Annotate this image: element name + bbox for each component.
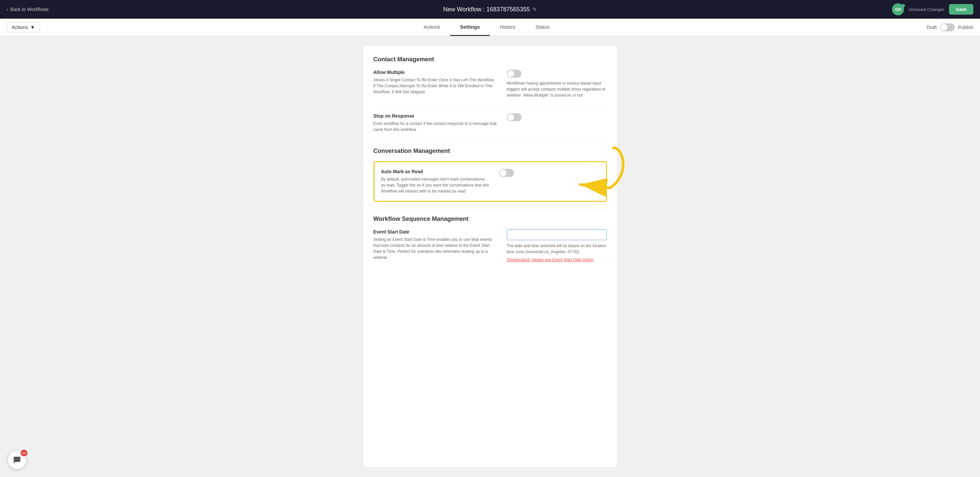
- allow-multiple-row: Allow Multiple Allows A Single Contact T…: [374, 70, 607, 98]
- allow-multiple-toggle[interactable]: [507, 70, 522, 78]
- save-button[interactable]: Save: [949, 4, 973, 15]
- auto-mark-right: [499, 169, 599, 177]
- tab-settings[interactable]: Settings: [450, 19, 490, 36]
- allow-multiple-desc: Allows A Single Contact To Re-Enter Once…: [374, 77, 497, 95]
- allow-multiple-right: Workflows having appointment or invoice …: [507, 70, 607, 98]
- chat-badge: 11: [21, 450, 27, 456]
- chevron-down-icon: ▼: [30, 24, 35, 30]
- unsaved-changes-label: Unsaved Changes: [908, 7, 944, 12]
- auto-mark-highlight-wrapper: Auto Mark as Read By default, automated …: [374, 161, 607, 202]
- stop-on-response-left: Stop on Response Ends workflow for a con…: [374, 113, 497, 133]
- back-chevron-icon: ‹: [7, 7, 8, 12]
- event-start-date-input[interactable]: [507, 229, 607, 240]
- toggle-knob: [941, 24, 947, 31]
- divider-2: [374, 141, 607, 141]
- auto-mark-row: Auto Mark as Read By default, automated …: [381, 169, 599, 194]
- allow-multiple-label: Allow Multiple: [374, 70, 497, 75]
- auto-mark-highlight-box: Auto Mark as Read By default, automated …: [374, 161, 607, 202]
- event-start-date-desc: Setting an Event Start Date & Time enabl…: [374, 236, 497, 260]
- auto-mark-toggle[interactable]: [499, 169, 514, 177]
- edit-title-icon[interactable]: ✎: [533, 6, 537, 13]
- online-indicator: [902, 4, 905, 7]
- auto-mark-desc: By default, automated messages don't mar…: [381, 176, 489, 194]
- tab-status[interactable]: Status: [525, 19, 560, 36]
- stop-on-response-label: Stop on Response: [374, 113, 497, 119]
- chat-widget[interactable]: 11: [8, 451, 26, 469]
- deprecated-link[interactable]: [Deprecated]: please use Event Start Dat…: [507, 257, 607, 262]
- secondary-tabs: Actions Settings History Status: [47, 19, 927, 36]
- top-navbar: ‹ Back to Workflows New Workflow : 16837…: [0, 0, 980, 19]
- page-wrapper: Contact Management Allow Multiple Allows…: [7, 46, 973, 467]
- draft-publish-switch[interactable]: [940, 23, 955, 31]
- actions-dropdown-button[interactable]: Actions ▼: [7, 22, 40, 32]
- stop-on-response-desc: Ends workflow for a contact if the conta…: [374, 120, 497, 133]
- contact-management-title: Contact Management: [374, 56, 607, 63]
- secondary-navbar: Actions ▼ Actions Settings History Statu…: [0, 19, 980, 36]
- auto-mark-left: Auto Mark as Read By default, automated …: [381, 169, 489, 194]
- tab-history[interactable]: History: [490, 19, 525, 36]
- conversation-management-title: Conversation Management: [374, 147, 607, 155]
- allow-multiple-note: Workflows having appointment or invoice …: [507, 80, 607, 98]
- divider-3: [374, 209, 607, 209]
- event-start-date-row: Event Start Date Setting an Event Start …: [374, 229, 607, 262]
- chat-icon: [13, 456, 21, 464]
- event-start-date-note: The date and time selected will be based…: [507, 243, 607, 255]
- stop-on-response-toggle[interactable]: [507, 113, 522, 121]
- stop-on-response-row: Stop on Response Ends workflow for a con…: [374, 113, 607, 133]
- allow-multiple-left: Allow Multiple Allows A Single Contact T…: [374, 70, 497, 95]
- nav-right: GP Unsaved Changes Save: [892, 3, 973, 15]
- tab-actions[interactable]: Actions: [414, 19, 450, 36]
- event-start-date-right: The date and time selected will be based…: [507, 229, 607, 262]
- back-to-workflows-link[interactable]: ‹ Back to Workflows: [7, 7, 49, 12]
- settings-panel: Contact Management Allow Multiple Allows…: [363, 46, 617, 467]
- stop-on-response-right: [507, 113, 607, 121]
- auto-mark-label: Auto Mark as Read: [381, 169, 489, 174]
- workflow-title: New Workflow : 1683787565355 ✎: [443, 6, 537, 13]
- avatar-wrapper: GP: [892, 3, 904, 15]
- draft-publish-toggle: Draft Publish: [927, 23, 973, 31]
- event-start-date-label: Event Start Date: [374, 229, 497, 235]
- main-content-area: Contact Management Allow Multiple Allows…: [0, 36, 980, 477]
- workflow-sequence-title: Workflow Sequence Management: [374, 216, 607, 222]
- event-start-date-left: Event Start Date Setting an Event Start …: [374, 229, 497, 260]
